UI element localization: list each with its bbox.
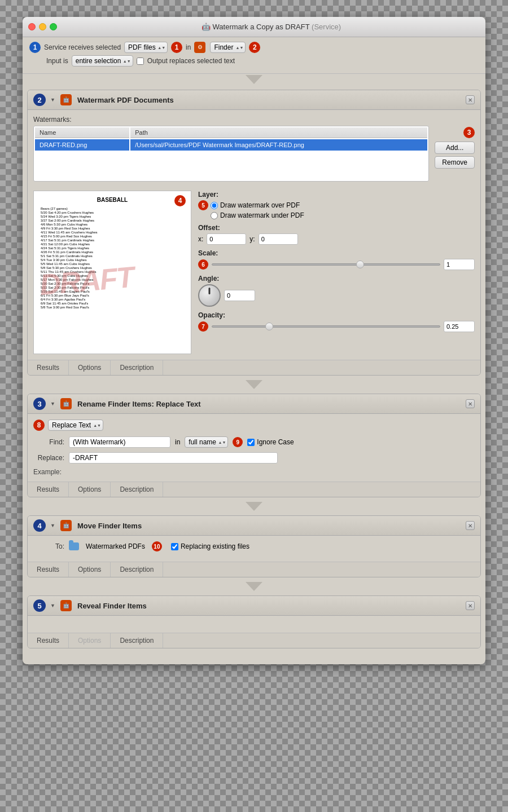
finder-select[interactable]: Finder [210,42,246,53]
tab-description-4[interactable]: Description [111,633,163,648]
connector-1 [27,379,481,390]
ignore-case-checkbox[interactable] [247,439,255,446]
x-input[interactable] [207,233,246,245]
scale-thumb[interactable] [356,261,364,268]
controls-area: Layer: 5 Draw watermark over PDF Draw wa… [198,191,475,354]
scale-input[interactable] [444,259,475,270]
y-input[interactable] [259,233,298,245]
y-label: y: [249,235,255,243]
title-bar: 🤖 Watermark a Copy as DRAFT (Service) [23,17,485,37]
mode-select[interactable]: Replace Text [48,420,103,431]
layer-label: Layer: [198,191,475,198]
in-select[interactable]: full name [185,436,228,448]
example-area: Example: [33,468,475,476]
minimize-button[interactable] [39,23,46,30]
badge-preview: 4 [174,195,186,206]
tab-options-1[interactable]: Options [69,360,111,375]
tab-results-2[interactable]: Results [28,482,69,497]
angle-knob[interactable] [198,284,221,307]
panel3-footer: Results Options Description [28,562,480,577]
mode-select-wrapper: Replace Text [48,420,103,431]
replacing-wrapper: Replacing existing files [171,542,249,550]
input-select-wrapper: entire selection [72,55,133,67]
tab-options-3[interactable]: Options [69,562,111,577]
opacity-thumb[interactable] [265,323,273,330]
traffic-lights [28,23,57,30]
radio-over-pdf[interactable] [211,202,218,209]
tab-results-3[interactable]: Results [28,562,69,577]
remove-button[interactable]: Remove [435,156,475,169]
offset-row: x: y: [198,233,475,245]
replacing-checkbox[interactable] [171,543,178,550]
panel2-icon: 🤖 [60,398,72,409]
panel1-close[interactable]: ✕ [466,95,475,104]
angle-input[interactable] [224,290,255,301]
finder-select-wrapper: Finder [210,42,246,53]
toolbar-row-2: Input is entire selection Output replace… [29,55,479,67]
pdf-files-select-wrapper: PDF files [124,42,168,53]
watermarks-label: Watermarks: [33,116,429,123]
connector-arrow-2 [246,502,262,511]
connector-arrow-3 [246,582,262,591]
panel3-close[interactable]: ✕ [466,521,475,530]
input-select[interactable]: entire selection [72,55,133,67]
file-name-cell: DRAFT-RED.png [35,139,129,151]
tab-description-2[interactable]: Description [111,482,163,497]
panel3-icon: 🤖 [60,520,72,531]
preview-content: BASEBALL Bears (27 games) 5/20 Sat 4:20 … [34,191,191,315]
find-input[interactable] [69,436,170,448]
close-button[interactable] [28,23,36,30]
maximize-button[interactable] [50,23,57,30]
watermarks-section: Watermarks: Name Path DRAFT-RED.png [33,116,475,186]
badge-pdf: 1 [171,42,182,53]
in-label: in [186,43,191,51]
replacing-label: Replacing existing files [181,542,249,550]
collapse-btn-2[interactable]: ▼ [50,401,56,407]
panel3-body: To: Watermarked PDFs 10 Replacing existi… [28,536,480,562]
step5-badge: 5 [33,599,46,612]
panel1-title: Watermark PDF Documents [77,96,174,104]
ignore-case-wrapper: Ignore Case [247,438,294,446]
tab-results-4[interactable]: Results [28,633,69,648]
find-row: Find: in full name 9 Ignore Case [33,436,475,448]
panel4-title: Reveal Finder Items [77,602,147,610]
output-replaces-checkbox[interactable] [137,58,144,65]
table-row-empty [35,152,427,180]
panel1-icon: 🤖 [60,94,72,105]
collapse-btn-3[interactable]: ▼ [50,523,56,528]
step1-badge: 1 [29,42,41,53]
replace-input[interactable] [69,452,278,464]
collapse-btn-1[interactable]: ▼ [50,97,56,103]
panel1-footer: Results Options Description [28,360,480,375]
panel2-title: Rename Finder Items: Replace Text [77,400,201,408]
tab-options-4[interactable]: Options [69,633,111,648]
layer-group: Layer: 5 Draw watermark over PDF Draw wa… [198,191,475,219]
tab-options-2[interactable]: Options [69,482,111,497]
tab-description-1[interactable]: Description [111,360,163,375]
table-row[interactable]: DRAFT-RED.png /Users/sal/Pictures/PDF Wa… [35,139,427,151]
replace-row: Replace: [33,452,475,464]
opacity-track [212,325,440,328]
ignore-case-label: Ignore Case [257,438,294,446]
radio-under-pdf[interactable] [211,212,218,219]
watermark-btn-group: 3 Add... Remove [435,127,475,186]
tab-results-1[interactable]: Results [28,360,69,375]
panel2-close[interactable]: ✕ [466,399,475,408]
pdf-files-select[interactable]: PDF files [124,42,168,53]
folder-label: Watermarked PDFs [86,542,145,550]
step3-badge: 3 [33,398,46,410]
collapse-btn-4[interactable]: ▼ [50,603,56,608]
connector-arrow-1 [246,380,262,389]
window-title: 🤖 Watermark a Copy as DRAFT (Service) [63,23,480,31]
opacity-input[interactable] [444,321,475,332]
panel4-close[interactable]: ✕ [466,601,475,610]
tab-description-3[interactable]: Description [111,562,163,577]
x-label: x: [198,235,203,243]
panel2-footer: Results Options Description [28,482,480,497]
toolbar-row-1: 1 Service receives selected PDF files 1 … [29,42,479,53]
service-receives-label: Service receives selected [44,43,121,51]
finder-icon: ⚙ [194,42,205,53]
folder-icon [69,542,79,550]
panel4-icon: 🤖 [60,600,72,611]
add-button[interactable]: Add... [435,142,475,154]
